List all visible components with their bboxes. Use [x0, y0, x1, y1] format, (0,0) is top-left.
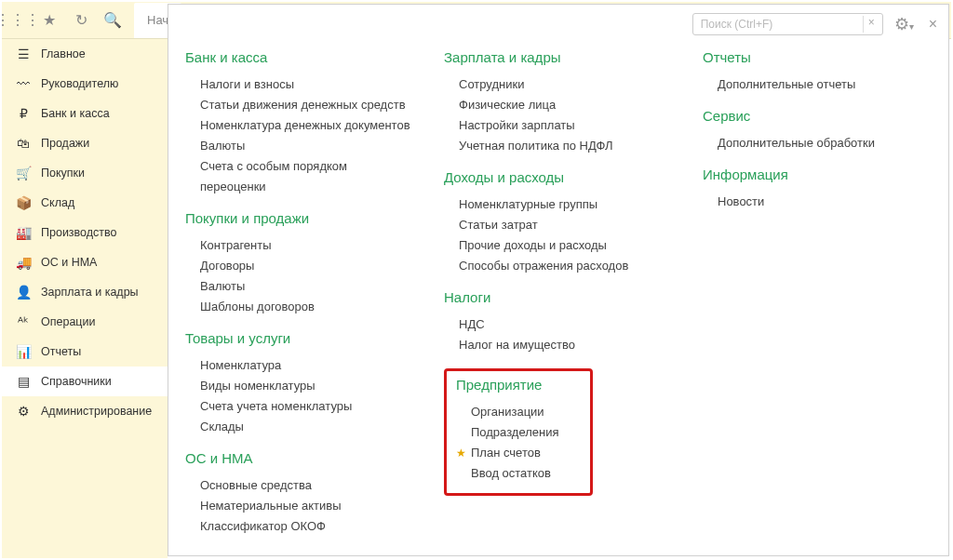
section-title[interactable]: Сервис [703, 108, 932, 124]
section-title[interactable]: Предприятие [456, 377, 581, 393]
menu-link[interactable]: Номенклатура [200, 355, 414, 376]
menu-link[interactable]: Валюты [200, 276, 414, 297]
menu-link[interactable]: Номенклатурные группы [459, 194, 673, 215]
search-input[interactable] [692, 13, 883, 35]
menu-link[interactable]: Настройки зарплаты [459, 115, 673, 136]
menu-link[interactable]: Счета учета номенклатуры [200, 396, 414, 417]
menu-link[interactable]: Номенклатура денежных документов [200, 115, 414, 136]
section-title[interactable]: Информация [703, 167, 932, 182]
sidebar-item-9[interactable]: ᴬᵏОперации [2, 307, 168, 337]
link-label: План счетов [471, 443, 541, 463]
clear-icon[interactable]: × [863, 16, 879, 33]
gear-icon[interactable]: ⚙▾ [889, 14, 919, 34]
link-label: Налоги и взносы [200, 74, 294, 95]
sidebar-icon: ☰ [15, 47, 32, 61]
menu-link[interactable]: Склады [200, 417, 414, 437]
sidebar-item-label: Склад [41, 196, 74, 209]
sidebar-icon: ᴬᵏ [15, 314, 32, 329]
link-label: Новости [718, 192, 764, 212]
section-title[interactable]: Банк и касса [185, 49, 414, 65]
sidebar-item-label: Зарплата и кадры [41, 286, 139, 299]
sidebar-item-2[interactable]: ₽Банк и касса [2, 99, 168, 128]
section-title[interactable]: Зарплата и кадры [444, 49, 673, 65]
menu-link[interactable]: Валюты [200, 136, 414, 156]
link-label: Физические лица [459, 95, 556, 115]
menu-link[interactable]: Основные средства [200, 475, 414, 496]
menu-link[interactable]: Налог на имущество [459, 335, 673, 355]
menu-link[interactable]: Классификатор ОКОФ [200, 516, 414, 537]
sidebar-item-label: Справочники [41, 375, 112, 388]
sidebar-item-12[interactable]: ⚙Администрирование [2, 396, 168, 426]
apps-icon[interactable]: ⋮⋮⋮ [2, 3, 34, 38]
sidebar-icon: 🚚 [15, 255, 32, 270]
close-icon[interactable]: × [925, 16, 941, 33]
menu-link[interactable]: Способы отражения расходов [459, 256, 673, 276]
menu-link[interactable]: Организации [471, 402, 581, 422]
link-label: Шаблоны договоров [200, 297, 315, 317]
sidebar-item-7[interactable]: 🚚ОС и НМА [2, 247, 168, 277]
section-title[interactable]: Отчеты [703, 49, 932, 65]
sidebar-item-6[interactable]: 🏭Производство [2, 218, 168, 247]
menu-link[interactable]: Дополнительные отчеты [718, 74, 932, 95]
menu-link[interactable]: Счета с особым порядком переоценки [200, 156, 414, 197]
link-label: Организации [471, 402, 544, 422]
menu-link[interactable]: Шаблоны договоров [200, 297, 414, 317]
link-label: Номенклатура [200, 355, 281, 376]
section-title[interactable]: Доходы и расходы [444, 169, 673, 185]
link-list: Основные средстваНематериальные активыКл… [185, 475, 414, 537]
link-label: Валюты [200, 136, 245, 156]
menu-link[interactable]: Подразделения [471, 422, 581, 443]
sidebar-icon: 👤 [15, 285, 32, 300]
menu-link[interactable]: Прочие доходы и расходы [459, 235, 673, 256]
link-label: Учетная политика по НДФЛ [459, 136, 612, 156]
column-1: Зарплата и кадрыСотрудникиФизические лиц… [444, 49, 673, 555]
sidebar-item-label: Отчеты [41, 345, 81, 358]
link-label: Налог на имущество [459, 335, 575, 355]
link-label: Статьи движения денежных средств [200, 95, 406, 115]
menu-link[interactable]: Статьи движения денежных средств [200, 95, 414, 115]
sidebar-icon: 🛍 [15, 136, 32, 151]
link-label: Контрагенты [200, 235, 272, 256]
menu-link[interactable]: Новости [718, 192, 932, 212]
menu-link[interactable]: Ввод остатков [471, 463, 581, 484]
sidebar-item-3[interactable]: 🛍Продажи [2, 128, 168, 158]
link-label: Дополнительные обработки [718, 133, 875, 153]
menu-link[interactable]: Нематериальные активы [200, 496, 414, 516]
sidebar-item-0[interactable]: ☰Главное [2, 39, 168, 69]
menu-link[interactable]: Контрагенты [200, 235, 414, 256]
sidebar-icon: 📊 [15, 344, 32, 359]
menu-link[interactable]: НДС [459, 314, 673, 335]
sidebar-icon: 📦 [15, 195, 32, 210]
sidebar-item-5[interactable]: 📦Склад [2, 188, 168, 218]
column-0: Банк и кассаНалоги и взносыСтатьи движен… [185, 49, 414, 555]
menu-link[interactable]: Статьи затрат [459, 215, 673, 235]
link-label: Номенклатура денежных документов [200, 115, 410, 136]
menu-link[interactable]: Налоги и взносы [200, 74, 414, 95]
sidebar-item-1[interactable]: 〰Руководителю [2, 69, 168, 99]
link-label: Способы отражения расходов [459, 256, 628, 276]
highlight-box: ПредприятиеОрганизацииПодразделения★План… [444, 368, 593, 496]
menu-link[interactable]: Учетная политика по НДФЛ [459, 136, 673, 156]
history-icon[interactable]: ↻ [65, 3, 97, 38]
search-icon[interactable]: 🔍 [97, 3, 128, 38]
sidebar-item-label: Администрирование [41, 405, 152, 418]
sidebar-item-4[interactable]: 🛒Покупки [2, 158, 168, 188]
link-list: Номенклатурные группыСтатьи затратПрочие… [444, 194, 673, 276]
menu-link[interactable]: Договоры [200, 256, 414, 276]
menu-link[interactable]: Виды номенклатуры [200, 376, 414, 396]
section-title[interactable]: Покупки и продажи [185, 210, 414, 226]
sidebar-item-11[interactable]: ▤Справочники [2, 367, 168, 396]
star-icon[interactable]: ★ [34, 3, 65, 38]
menu-link[interactable]: ★План счетов [471, 443, 581, 463]
link-label: НДС [459, 314, 485, 335]
sidebar-item-10[interactable]: 📊Отчеты [2, 337, 168, 367]
menu-link[interactable]: Физические лица [459, 95, 673, 115]
menu-link[interactable]: Сотрудники [459, 74, 673, 95]
section-title[interactable]: Налоги [444, 289, 673, 305]
menu-link[interactable]: Дополнительные обработки [718, 133, 932, 153]
link-label: Договоры [200, 256, 254, 276]
sidebar-item-label: ОС и НМА [41, 256, 97, 269]
section-title[interactable]: ОС и НМА [185, 450, 414, 466]
sidebar-item-8[interactable]: 👤Зарплата и кадры [2, 277, 168, 307]
section-title[interactable]: Товары и услуги [185, 330, 414, 346]
